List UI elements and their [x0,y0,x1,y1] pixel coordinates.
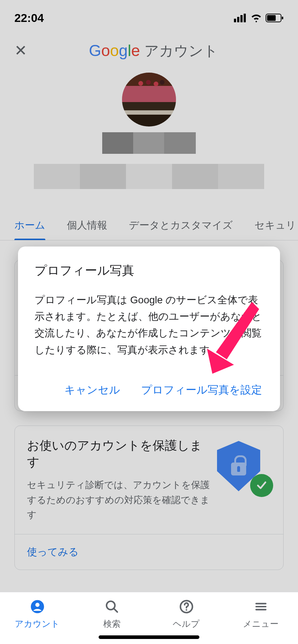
search-icon [104,599,120,615]
confirm-button[interactable]: プロフィール写真を設定 [140,380,263,400]
home-indicator[interactable] [99,635,199,639]
dialog-actions: キャンセル プロフィール写真を設定 [35,380,263,400]
svg-point-14 [185,609,187,611]
nav-account[interactable]: アカウント [0,599,74,630]
cancel-button[interactable]: キャンセル [63,380,122,400]
nav-search-label: 検索 [103,618,121,630]
nav-menu-label: メニュー [243,618,279,630]
menu-icon [253,599,269,615]
help-icon [179,599,194,615]
nav-account-label: アカウント [15,618,60,630]
profile-photo-dialog: プロフィール写真 プロフィール写真は Google のサービス全体で表示されます… [18,247,280,411]
account-icon [30,599,45,615]
svg-point-10 [35,603,40,607]
nav-menu[interactable]: メニュー [224,599,298,630]
svg-line-12 [114,608,117,612]
dialog-body: プロフィール写真は Google のサービス全体で表示されます。たとえば、他のユ… [35,292,263,358]
dialog-title: プロフィール写真 [35,262,263,279]
nav-search[interactable]: 検索 [74,599,149,630]
nav-help[interactable]: ヘルプ [149,599,224,630]
nav-help-label: ヘルプ [173,618,200,630]
